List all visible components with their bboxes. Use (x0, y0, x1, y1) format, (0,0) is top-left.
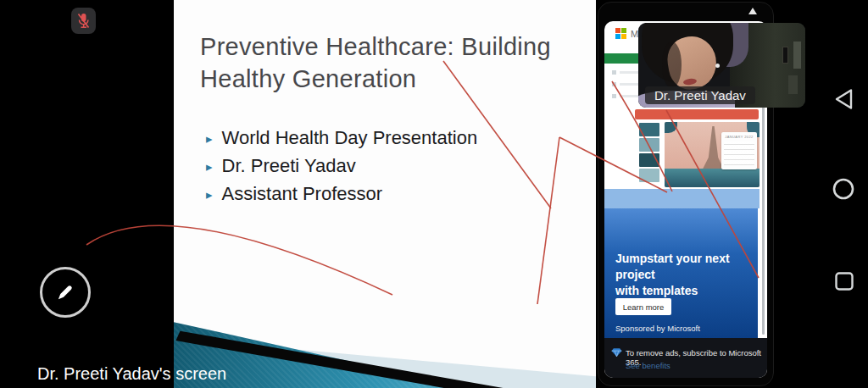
slide-bullet: ▸World Health Day Presentation (206, 127, 477, 149)
slide-bullet: ▸Dr. Preeti Yadav (206, 155, 477, 177)
slide-bullet-list: ▸World Health Day Presentation ▸Dr. Pree… (206, 127, 477, 211)
pencil-icon (54, 281, 76, 303)
learn-more-button[interactable]: Learn more (615, 298, 671, 315)
back-triangle-icon (833, 87, 855, 111)
android-home-button[interactable] (832, 177, 855, 203)
earring (715, 64, 720, 68)
bullet-triangle-icon: ▸ (206, 159, 213, 175)
templates-ad-panel: Jumpstart your next project with templat… (604, 208, 758, 338)
preview-foliage (665, 122, 677, 133)
recents-square-icon (834, 271, 854, 291)
sponsored-label: Sponsored by Microsoft (615, 324, 700, 333)
ad-headline: Jumpstart your next project with templat… (615, 251, 758, 299)
template-preview[interactable]: JANUARY 2022 (665, 122, 760, 187)
shelf-frame (782, 47, 788, 64)
annotate-button[interactable] (40, 267, 91, 318)
remove-ads-section: To remove ads, subscribe to Microsoft 36… (604, 338, 767, 378)
conference-screen-share-view: Preventive Healthcare: Building Healthy … (0, 0, 868, 388)
list-item (612, 82, 642, 86)
calendar-month-label: JANUARY 2022 (724, 135, 754, 139)
participant-name-label: Dr. Preeti Yadav (645, 86, 755, 104)
slide-title: Preventive Healthcare: Building Healthy … (200, 30, 596, 96)
orange-banner (635, 109, 759, 119)
bullet-triangle-icon: ▸ (206, 187, 213, 202)
slide-bullet: ▸Assistant Professor (206, 183, 477, 205)
face-shadow (662, 42, 682, 88)
light-blue-band (604, 189, 760, 208)
calendar-card: JANUARY 2022 (721, 132, 757, 169)
shared-slide: Preventive Healthcare: Building Healthy … (174, 0, 596, 388)
participant-video-tile[interactable]: Dr. Preeti Yadav (638, 23, 805, 108)
microsoft-logo-icon (615, 28, 626, 39)
preview-city-strip (665, 169, 760, 187)
template-thumbnails[interactable] (639, 123, 659, 182)
calendar-grid (724, 141, 754, 165)
shelf-frame (793, 42, 801, 69)
list-item (612, 70, 642, 75)
android-recents-button[interactable] (834, 271, 854, 294)
shelf-frame (788, 75, 798, 94)
list-item (612, 94, 642, 98)
android-back-button[interactable] (833, 87, 855, 114)
status-triangle-icon (748, 8, 757, 14)
screen-share-label: Dr. Preeti Yadav's screen (37, 364, 226, 384)
mic-muted-button[interactable] (71, 8, 96, 34)
diamond-icon (611, 347, 622, 358)
see-benefits-link[interactable]: See benefits (626, 361, 670, 370)
mic-muted-icon (75, 12, 92, 30)
home-circle-icon (832, 177, 855, 201)
bullet-triangle-icon: ▸ (206, 131, 213, 147)
